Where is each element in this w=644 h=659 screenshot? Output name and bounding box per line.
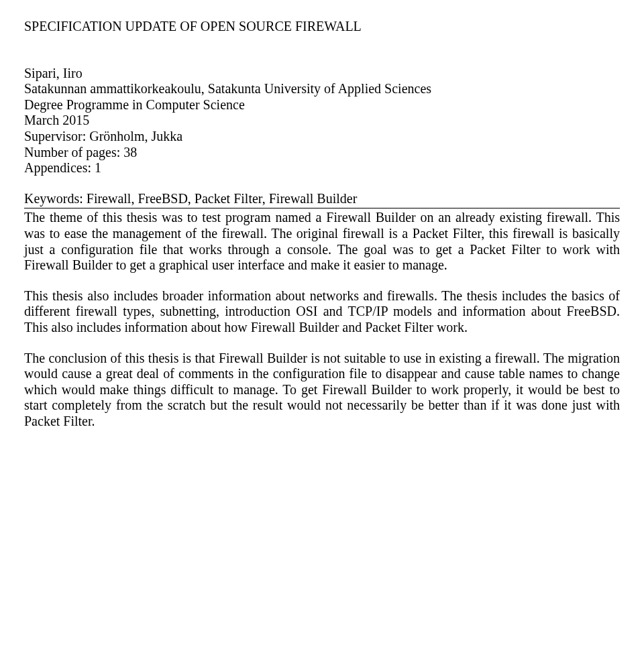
programme-line: Degree Programme in Computer Science [24, 97, 620, 113]
institution-line: Satakunnan ammattikorkeakoulu, Satakunta… [24, 81, 620, 97]
author-line: Sipari, Iiro [24, 66, 620, 82]
date-line: March 2015 [24, 113, 620, 129]
paragraph: The theme of this thesis was to test pro… [24, 210, 620, 273]
paragraph: This thesis also includes broader inform… [24, 288, 620, 336]
supervisor-line: Supervisor: Grönholm, Jukka [24, 129, 620, 145]
paragraph: The conclusion of this thesis is that Fi… [24, 351, 620, 430]
separator-line [24, 208, 620, 208]
abstract-body: The theme of this thesis was to test pro… [24, 210, 620, 429]
keywords-line: Keywords: Firewall, FreeBSD, Packet Filt… [24, 191, 620, 207]
document-meta: Sipari, Iiro Satakunnan ammattikorkeakou… [24, 66, 620, 176]
pages-line: Number of pages: 38 [24, 145, 620, 161]
document-title: SPECIFICATION UPDATE OF OPEN SOURCE FIRE… [24, 19, 620, 35]
appendices-line: Appendices: 1 [24, 160, 620, 176]
